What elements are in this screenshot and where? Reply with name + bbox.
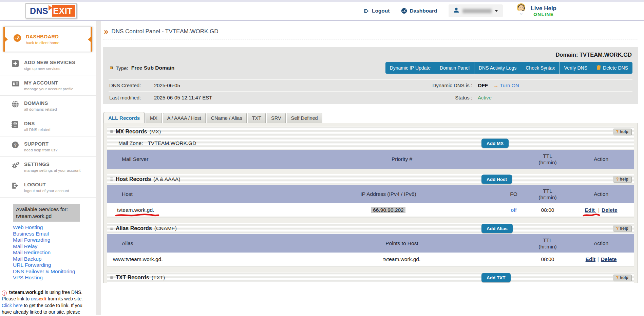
tab-txt[interactable]: TXT [248,113,266,123]
dnsexit-brand-link[interactable]: DNSexit [31,296,46,301]
add-alias-button[interactable]: Add Alias [481,224,513,233]
sidebar-item-label: DOMAINS [24,100,48,106]
sidebar-item-my-account[interactable]: MY ACCOUNT manage your account profile [0,75,96,96]
host-help-button[interactable]: ?help [613,176,631,183]
logout-label: Logout [372,8,390,14]
dns-created-label: DNS Created: [109,82,154,88]
col-ttl-line1: TTL [543,188,552,194]
help-label: help [620,226,628,231]
grid-icon [110,129,113,135]
bullet-icon [110,67,113,69]
sidebar-item-settings[interactable]: SETTINGS manage settings at your account [0,157,96,177]
trash-icon [596,65,601,71]
sidebar-item-sublabel: sign up new services [24,67,75,71]
alias-help-button[interactable]: ?help [613,225,631,232]
edit-link[interactable]: Edit [586,256,595,262]
sidebar-item-add-new-services[interactable]: ADD NEW SERVICES sign up new services [0,55,96,75]
sidebar-item-support[interactable]: ? SUPPORT need help from us? [0,136,96,157]
live-help-widget[interactable]: Live Help ONLINE [514,3,556,19]
dynamic-dns-label: Dynamic DNS is : [415,82,472,88]
dashboard-icon [13,34,21,43]
tab-mx[interactable]: MX [146,113,162,123]
alias-section-title: Alias Records [116,225,152,231]
logout-icon [364,8,370,14]
dns-activity-logs-button[interactable]: DNS Activity Logs [474,62,521,74]
service-link-mail-relay[interactable]: Mail Relay [13,243,96,250]
mx-help-button[interactable]: ?help [613,129,631,135]
service-link-url-forwarding[interactable]: URL Forwarding [13,262,96,268]
service-link-mail-forwarding[interactable]: Mail Forwarding [13,237,96,243]
sidebar-item-dns[interactable]: DNS all DNS related [0,116,96,136]
sidebar-item-domains[interactable]: DOMAINS all domains related [0,96,96,116]
red-underline-annotation [583,213,600,217]
service-link-mail-redirection[interactable]: Mail Redirection [13,249,96,256]
failover-toggle-link[interactable]: off [511,207,517,213]
delete-link[interactable]: Delete [602,207,618,213]
check-syntax-button[interactable]: Check Syntax [521,62,560,74]
alias-section-subtitle: (CNAME) [154,225,177,231]
tab-self-defined[interactable]: Self Defined [287,113,322,123]
sidebar-item-logout[interactable]: LOGOUT logout out of your account [0,177,96,198]
svg-text:?: ? [14,143,17,148]
click-here-link[interactable]: Click here [2,303,22,308]
verify-dns-button[interactable]: Verify DNS [560,62,592,74]
host-section-subtitle: (A & AAAA) [153,176,180,182]
gears-icon [12,161,20,170]
tab-srv[interactable]: SRV [267,113,286,123]
domain-panel-button[interactable]: Domain Panel [435,62,474,74]
sidebar-item-dashboard[interactable]: DASHBOARD back to client home [3,27,92,52]
sidebar-item-sublabel: back to client home [26,41,59,45]
sidebar-item-sublabel: logout out of your account [24,189,69,193]
domain-info-panel: Domain: TVTEAM.WORK.GD Type: Free Sub Do… [103,47,638,104]
dynamic-ip-update-button[interactable]: Dynamic IP Update [385,62,435,74]
sidebar-item-label: ADD NEW SERVICES [24,60,75,65]
turn-on-link[interactable]: Turn ON [500,82,519,88]
domain-action-buttons: Dynamic IP Update Domain Panel DNS Activ… [385,62,632,74]
host-table-header: Host IP Address (IPv4 / IPv6) FO TTL(hr:… [107,185,634,203]
ip-address-cell: 66.90.90.202 [277,207,500,213]
host-name: tvteam.work.gd. [107,207,277,213]
col-ttl-line1: TTL [543,153,552,159]
service-link-vps-hosting[interactable]: VPS Hosting [13,275,96,281]
available-services-line2: tvteam.work.gd [16,213,52,219]
domain-type: Type: Free Sub Domain [109,65,174,71]
host-section-header: Host Records (A & AAAA) Add Host ?help [107,174,634,184]
tab-a-aaaa-host[interactable]: A / AAAA / Host [163,113,206,123]
dashboard-link[interactable]: Dashboard [401,8,437,14]
user-icon [453,7,459,15]
mail-zone-label: Mail Zone: [118,140,143,146]
txt-help-button[interactable]: ?help [613,275,631,281]
service-link-business-email[interactable]: Business Email [13,231,96,237]
info-row-2: Last modified: 2025-06-05 12:11:47 EST S… [109,91,632,103]
help-label: help [620,275,628,280]
txt-section-title: TXT Records [116,275,149,281]
dnsexit-logo[interactable]: DNS EXIT [25,3,77,18]
ttl-cell: 08:00 [527,256,568,262]
sidebar: DASHBOARD back to client home ADD NEW SE… [0,21,96,315]
action-separator: | [598,256,599,262]
logo-arrow-icon [49,5,52,11]
note-text2: from its web site. [46,296,83,301]
tab-cname-alias[interactable]: CName / Alias [207,113,247,123]
user-menu[interactable] [449,4,503,17]
online-status-label: ONLINE [531,12,556,17]
tab-all-records[interactable]: ALL Records [103,112,145,123]
col-host: Host [107,191,277,197]
logout-link[interactable]: Logout [364,8,390,14]
edit-label: Edit [585,207,594,213]
service-link-web-hosting[interactable]: Web Hosting [13,224,96,231]
service-link-mail-backup[interactable]: Mail Backup [13,256,96,262]
add-txt-button[interactable]: Add TXT [481,273,511,282]
alias-name: www.tvteam.work.gd. [107,256,277,262]
add-mx-button[interactable]: Add MX [481,139,509,148]
delete-dns-button[interactable]: Delete DNS [592,62,632,74]
add-host-button[interactable]: Add Host [481,175,512,184]
edit-link[interactable]: Edit [585,207,596,213]
dns-book-icon [12,120,20,130]
id-card-icon [12,80,20,89]
service-link-dns-failover[interactable]: DNS Failover & Monitoring [13,268,96,275]
mx-section-title: MX Records [116,129,147,135]
red-underline-annotation [115,213,160,217]
delete-link[interactable]: Delete [601,256,617,262]
username-redacted [462,9,492,13]
